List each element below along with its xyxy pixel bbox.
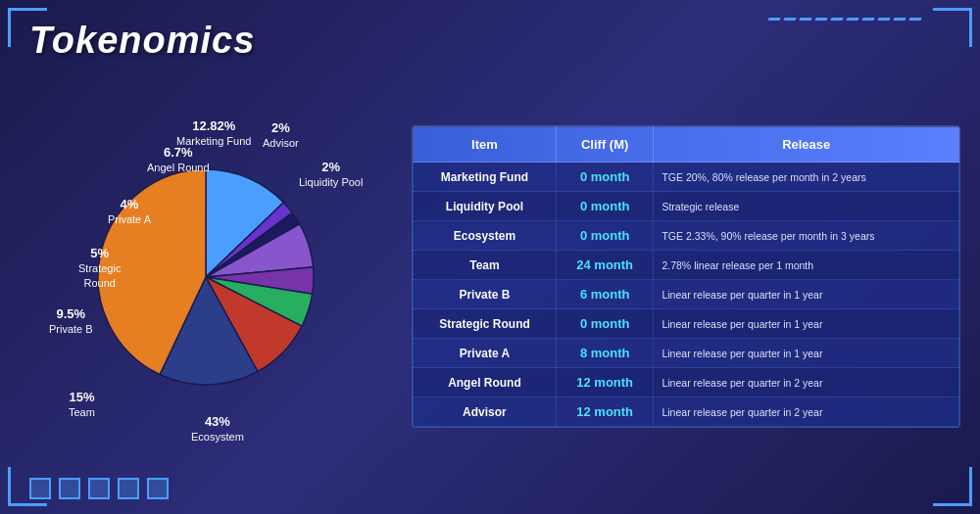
cell-cliff: 0 month xyxy=(556,163,654,192)
table-body: Marketing Fund 0 month TGE 20%, 80% rele… xyxy=(414,163,959,427)
table-row: Advisor 12 month Linear release per quar… xyxy=(414,397,959,427)
cell-release: Strategic release xyxy=(654,192,959,221)
chart-area: 12.82% Marketing Fund 2% Liquidity Pool … xyxy=(20,91,392,463)
cell-release: TGE 2.33%, 90% release per month in 3 ye… xyxy=(654,221,959,251)
table-row: Liquidity Pool 0 month Strategic release xyxy=(414,192,959,221)
label-private-b: 9.5% Private B xyxy=(49,306,93,337)
cell-cliff: 0 month xyxy=(556,309,654,339)
cell-cliff: 12 month xyxy=(556,397,654,427)
table-row: Angel Round 12 month Linear release per … xyxy=(414,368,959,397)
cell-release: Linear release per quarter in 2 year xyxy=(654,397,959,427)
table-header: Item Cliff (M) Release xyxy=(414,127,959,163)
table-row: Marketing Fund 0 month TGE 20%, 80% rele… xyxy=(414,163,959,192)
indicator-dot xyxy=(88,478,110,499)
label-team: 15% Team xyxy=(69,390,95,420)
cell-item: Marketing Fund xyxy=(414,163,557,192)
main-content: 12.82% Marketing Fund 2% Liquidity Pool … xyxy=(20,78,960,475)
cell-item: Private B xyxy=(414,280,557,309)
cell-release: Linear release per quarter in 2 year xyxy=(654,368,959,397)
cell-item: Team xyxy=(414,251,557,280)
cell-item: Ecosystem xyxy=(414,221,557,251)
tokenomics-table: Item Cliff (M) Release Marketing Fund 0 … xyxy=(412,125,960,428)
cell-item: Private A xyxy=(414,339,557,368)
bottom-dots xyxy=(29,478,169,499)
col-cliff: Cliff (M) xyxy=(556,127,654,163)
cell-item: Strategic Round xyxy=(414,309,557,339)
page-title: Tokenomics xyxy=(29,20,255,62)
cell-release: 2.78% linear release per 1 month xyxy=(654,251,959,280)
cell-item: Angel Round xyxy=(414,368,557,397)
label-strategic-round: 5% Strategic Round xyxy=(78,246,121,290)
cell-cliff: 6 month xyxy=(556,280,654,309)
table-row: Team 24 month 2.78% linear release per 1… xyxy=(414,251,959,280)
cell-cliff: 24 month xyxy=(556,251,654,280)
cell-cliff: 12 month xyxy=(556,368,654,397)
table-row: Private B 6 month Linear release per qua… xyxy=(414,280,959,309)
cell-release: TGE 20%, 80% release per month in 2 year… xyxy=(654,163,959,192)
indicator-dot xyxy=(59,478,80,499)
indicator-dot xyxy=(118,478,139,499)
label-private-a: 4% Private A xyxy=(108,197,151,227)
label-ecosystem: 43% Ecosystem xyxy=(191,414,244,444)
table-row: Private A 8 month Linear release per qua… xyxy=(414,339,959,368)
label-angel-round: 6.7% Angel Round xyxy=(147,145,210,175)
cell-cliff: 0 month xyxy=(556,221,654,251)
hash-marks xyxy=(768,18,921,21)
corner-tr xyxy=(933,8,972,47)
cell-item: Liquidity Pool xyxy=(414,192,557,221)
col-release: Release xyxy=(654,127,959,163)
cell-release: Linear release per quarter in 1 year xyxy=(654,280,959,309)
indicator-dot xyxy=(29,478,51,499)
table-row: Ecosystem 0 month TGE 2.33%, 90% release… xyxy=(414,221,959,251)
cell-item: Advisor xyxy=(414,397,557,427)
cell-cliff: 8 month xyxy=(556,339,654,368)
cell-release: Linear release per quarter in 1 year xyxy=(654,339,959,368)
table-row: Strategic Round 0 month Linear release p… xyxy=(414,309,959,339)
col-item: Item xyxy=(414,127,557,163)
indicator-dot xyxy=(147,478,169,499)
label-advisor: 2% Advisor xyxy=(263,120,299,151)
cell-cliff: 0 month xyxy=(556,192,654,221)
cell-release: Linear release per quarter in 1 year xyxy=(654,309,959,339)
label-liquidity-pool: 2% Liquidity Pool xyxy=(299,160,363,190)
